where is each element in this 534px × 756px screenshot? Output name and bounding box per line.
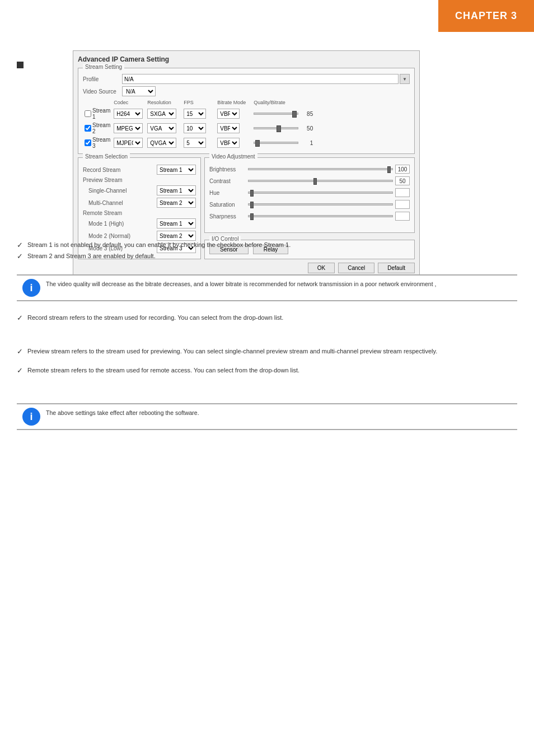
mode1-label: Mode 1 (High) <box>88 221 157 227</box>
contrast-value: 50 <box>395 176 410 185</box>
bullet-text-3: Record stream refers to the stream used … <box>27 314 283 322</box>
brightness-slider[interactable] <box>248 168 393 170</box>
dialog-title: Advanced IP Camera Setting <box>78 55 415 63</box>
stream-selection-label: Stream Selection <box>83 153 130 160</box>
stream1-checkbox-label[interactable]: Stream 1 <box>85 108 110 120</box>
default-button[interactable]: Default <box>378 263 415 273</box>
profile-label: Profile <box>83 76 122 82</box>
sharpness-slider[interactable] <box>248 215 393 217</box>
checkmark-1: ✓ <box>17 241 23 250</box>
cancel-button[interactable]: Cancel <box>338 263 374 273</box>
mode1-row: Mode 1 (High) Stream 1 <box>83 218 196 228</box>
info-box-1: i The video quality will decrease as the… <box>17 274 517 301</box>
stream2-row: Stream 2 MPEG4 VGA <box>83 121 410 136</box>
dialog-action-buttons: OK Cancel Default <box>78 263 415 273</box>
stream3-fps-select[interactable]: 5 <box>184 138 206 148</box>
mode2-select[interactable]: Stream 2 <box>157 231 196 241</box>
remote-stream-label: Remote Stream <box>83 210 196 216</box>
stream2-checkbox-label[interactable]: Stream 2 <box>85 122 110 134</box>
info-icon-1: i <box>22 279 40 297</box>
bullets-section-2: ✓ Record stream refers to the stream use… <box>17 314 283 325</box>
stream2-checkbox[interactable] <box>85 125 91 132</box>
col-resolution: Resolution <box>146 99 182 106</box>
stream-setting-label: Stream Setting <box>83 64 124 70</box>
stream1-bitrate-select[interactable]: VBR <box>217 109 240 119</box>
bullet-item-4: ✓ Preview stream refers to the stream us… <box>17 347 437 356</box>
record-stream-row: Record Stream Stream 1 <box>83 165 196 175</box>
saturation-row: Saturation <box>209 200 410 209</box>
mode2-row: Mode 2 (Normal) Stream 2 <box>83 231 196 241</box>
stream2-codec-select[interactable]: MPEG4 <box>114 123 143 133</box>
stream3-quality-value: 1 <box>301 140 313 146</box>
stream1-resolution-select[interactable]: SXGA <box>147 109 176 119</box>
checkmark-4: ✓ <box>17 347 23 356</box>
stream1-checkbox[interactable] <box>85 110 91 117</box>
single-channel-select[interactable]: Stream 1 <box>157 185 196 195</box>
stream-table: Codec Resolution FPS Bitrate Mode Qualit… <box>83 99 410 150</box>
stream3-quality-slider[interactable] <box>254 142 298 144</box>
bullet-item-5: ✓ Remote stream refers to the stream use… <box>17 366 437 375</box>
section-bullet-icon <box>17 62 24 68</box>
hue-slider[interactable] <box>248 192 393 194</box>
info-icon-2: i <box>22 408 40 426</box>
checkmark-2: ✓ <box>17 252 23 261</box>
stream3-quality-cell: 1 <box>254 140 408 146</box>
stream3-codec-select[interactable]: MJPEG <box>114 138 143 148</box>
bullet-text-1: Stream 1 is not enabled by default, you … <box>27 241 291 249</box>
mode2-label: Mode 2 (Normal) <box>88 233 157 239</box>
stream3-row: Stream 3 MJPEG QVGA <box>83 136 410 150</box>
stream1-row: Stream 1 H264 SXGA <box>83 106 410 121</box>
contrast-slider[interactable] <box>248 180 393 182</box>
hue-label: Hue <box>209 190 246 196</box>
col-codec: Codec <box>112 99 146 106</box>
col-bitrate-mode: Bitrate Mode <box>216 99 252 106</box>
preview-stream-row: Preview Stream <box>83 177 196 183</box>
hue-value <box>395 188 410 197</box>
brightness-label: Brightness <box>209 166 246 172</box>
stream2-resolution-select[interactable]: VGA <box>147 123 176 133</box>
stream1-quality-value: 85 <box>301 111 313 117</box>
bullets-section-1: ✓ Stream 1 is not enabled by default, yo… <box>17 241 291 263</box>
stream1-fps-select[interactable]: 15 <box>184 109 206 119</box>
info-box-2: i The above settings take effect after r… <box>17 403 517 430</box>
record-stream-select[interactable]: Stream 1 <box>157 165 196 175</box>
chapter-header: CHAPTER 3 <box>438 0 534 32</box>
multi-channel-select[interactable]: Stream 2 <box>157 198 196 208</box>
profile-dropdown-arrow: ▼ <box>402 77 407 82</box>
checkmark-3: ✓ <box>17 314 23 323</box>
ok-button[interactable]: OK <box>308 263 335 273</box>
sharpness-row: Sharpness <box>209 212 410 221</box>
stream3-label: Stream 3 <box>92 137 110 149</box>
col-fps: FPS <box>182 99 216 106</box>
mode1-select[interactable]: Stream 1 <box>157 218 196 228</box>
stream2-quality-slider[interactable] <box>254 127 298 129</box>
stream3-checkbox[interactable] <box>85 139 91 146</box>
video-source-label: Video Source <box>83 88 122 95</box>
bullet-item-2: ✓ Stream 2 and Stream 3 are enabled by d… <box>17 252 291 261</box>
video-source-select[interactable]: N/A <box>122 86 156 96</box>
brightness-value: 100 <box>395 165 410 174</box>
video-source-row: Video Source N/A <box>83 86 410 96</box>
stream2-quality-cell: 50 <box>254 125 408 132</box>
bullet-item-3: ✓ Record stream refers to the stream use… <box>17 314 283 323</box>
saturation-slider[interactable] <box>248 203 393 206</box>
brightness-row: Brightness 100 <box>209 165 410 174</box>
stream1-quality-slider[interactable] <box>254 113 298 115</box>
stream1-codec-select[interactable]: H264 <box>114 109 143 119</box>
sharpness-value <box>395 212 410 221</box>
stream2-fps-select[interactable]: 10 <box>184 123 206 133</box>
bullets-section-3: ✓ Preview stream refers to the stream us… <box>17 347 437 377</box>
profile-dropdown-btn[interactable]: ▼ <box>400 74 410 84</box>
stream1-quality-cell: 85 <box>254 111 408 117</box>
profile-input[interactable] <box>122 74 399 84</box>
stream2-label: Stream 2 <box>92 122 110 134</box>
contrast-label: Contrast <box>209 178 246 184</box>
remote-stream-row: Remote Stream <box>83 210 196 216</box>
stream2-bitrate-select[interactable]: VBR <box>217 123 240 133</box>
bullet-item-1: ✓ Stream 1 is not enabled by default, yo… <box>17 241 291 250</box>
saturation-label: Saturation <box>209 202 246 208</box>
stream3-checkbox-label[interactable]: Stream 3 <box>85 137 110 149</box>
stream3-bitrate-select[interactable]: VBR <box>217 138 240 148</box>
video-adjustment-section: Video Adjustment Brightness 100 Contrast… <box>204 157 415 233</box>
stream3-resolution-select[interactable]: QVGA <box>147 138 176 148</box>
